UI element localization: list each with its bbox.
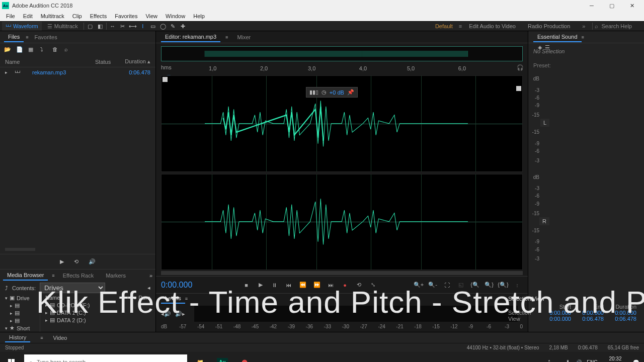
slip-tool[interactable]: ⟷ — [129, 22, 137, 30]
expand-icon[interactable]: ▸ — [5, 70, 8, 75]
task-explorer[interactable]: 📁 — [189, 352, 211, 362]
view-menu-icon[interactable]: ☰ — [545, 44, 550, 51]
sel-start[interactable]: 0:00.000 — [538, 310, 571, 316]
col-duration[interactable]: Duration ▴ — [120, 58, 150, 65]
levels-menu-icon[interactable]: ≡ — [185, 296, 188, 301]
view-start[interactable]: 0:00.000 — [538, 316, 571, 322]
timecode-display[interactable]: 0:00.000 — [161, 281, 206, 290]
workspace-more-icon[interactable]: » — [577, 23, 590, 29]
stop-button[interactable]: ■ — [241, 280, 252, 291]
mb-more-icon[interactable]: » — [149, 273, 152, 279]
record-button[interactable]: ● — [340, 280, 351, 291]
trash-icon[interactable]: 🗑 — [52, 46, 59, 53]
rewind-button[interactable]: ⏪ — [297, 280, 308, 291]
hud-overlay[interactable]: ▮▮▯ ◷ +0 dB 📌 — [306, 87, 358, 98]
display-icon-2[interactable]: ◧ — [96, 22, 104, 30]
mb-col-drive[interactable]: ▾▣Drive — [0, 294, 40, 302]
skip-selection-button[interactable]: ⤡ — [368, 280, 379, 291]
forward-button[interactable]: ⏩ — [311, 280, 323, 291]
workspace-menu-icon[interactable]: ≡ — [459, 23, 462, 29]
spectral-toggle-icon[interactable]: ◈ — [538, 44, 542, 51]
filter-search-icon[interactable]: ⌕ — [64, 46, 71, 53]
waveform-area[interactable]: ▮▮▯ ◷ +0 dB 📌 dB -3-6-9-15 -15-9-6-3 L — [161, 75, 523, 270]
multitrack-mode-button[interactable]: ☰ Multitrack — [44, 22, 82, 31]
taskbar-search[interactable]: ⌕ Type here to search — [24, 354, 187, 362]
scrollbar-thumb[interactable] — [5, 248, 35, 251]
overview-waveform[interactable] — [161, 46, 523, 61]
tray-network-icon[interactable]: 🖧 — [566, 359, 571, 363]
open-file-icon[interactable]: 📂 — [4, 46, 11, 53]
horizontal-scrollbar[interactable] — [161, 271, 523, 275]
loop-button[interactable]: ⟲ — [354, 280, 365, 291]
new-multitrack-icon[interactable]: ▦ — [28, 46, 35, 53]
mb-drive-row[interactable]: ▸▤DATA 1 (C:) — [40, 309, 155, 316]
channel-toggle-l[interactable] — [163, 77, 168, 82]
mb-contents-select[interactable]: Drives — [40, 283, 105, 293]
tab-markers[interactable]: Markers — [102, 271, 130, 280]
mb-shortcut-item[interactable]: ▾★Short — [0, 324, 40, 332]
preview-play-button[interactable]: ▶ — [60, 258, 64, 265]
menu-multitrack[interactable]: Multitrack — [37, 13, 68, 19]
editor-menu-icon[interactable]: ≡ — [225, 35, 228, 40]
headphone-icon[interactable]: 🎧 — [517, 64, 524, 71]
workspace-default[interactable]: Default — [431, 23, 457, 29]
view-dur[interactable]: 0:06.478 — [604, 316, 636, 322]
zoom-out-button[interactable]: 🔍- — [427, 280, 438, 291]
zoom-full-button[interactable]: ⛶ — [441, 280, 452, 291]
play-button[interactable]: ▶ — [255, 280, 266, 291]
zoom-in-button[interactable]: 🔍+ — [413, 280, 424, 291]
tray-onedrive-icon[interactable]: ☁ — [555, 359, 560, 363]
levels-right-icon[interactable]: 🔊▸ — [175, 311, 185, 317]
preview-loop-button[interactable]: ⟲ — [74, 258, 78, 265]
view-end[interactable]: 0:06.478 — [571, 316, 604, 322]
tray-chevron-icon[interactable]: ˄ — [548, 359, 550, 363]
maximize-button[interactable]: ▢ — [602, 0, 622, 11]
zoom-out-point-button[interactable]: 🔍} — [484, 280, 495, 291]
ess-menu-icon[interactable]: ≡ — [582, 35, 584, 40]
tray-notifications-icon[interactable]: 💬 — [633, 359, 639, 363]
brush-tool[interactable]: ✎ — [169, 22, 177, 30]
waveform-right-channel[interactable]: dB -3-6-9-15 -15-9-6-3 R — [161, 174, 523, 270]
tab-essential-sound[interactable]: Essential Sound — [533, 32, 582, 42]
mb-drive-item[interactable]: ▸▤ — [0, 309, 40, 317]
pause-button[interactable]: ⏸ — [269, 280, 280, 291]
col-status[interactable]: Status — [95, 59, 120, 65]
mb-drive-item[interactable]: ▸▤ — [0, 317, 40, 324]
tab-mixer[interactable]: Mixer — [233, 33, 255, 42]
tab-effects-rack[interactable]: Effects Rack — [59, 271, 98, 280]
close-button[interactable]: ✕ — [622, 0, 642, 11]
tab-files[interactable]: Files — [4, 32, 24, 42]
menu-view[interactable]: View — [141, 13, 162, 19]
tab-media-browser[interactable]: Media Browser — [3, 270, 48, 281]
preview-autoplay-button[interactable]: 🔊 — [89, 258, 96, 265]
insert-icon[interactable]: ⤵ — [40, 46, 47, 53]
zoom-sel-button[interactable]: ◱ — [455, 280, 466, 291]
menu-window[interactable]: Window — [162, 13, 189, 19]
mb-nav-icon[interactable]: ◂ — [147, 285, 150, 291]
display-icon-1[interactable]: ▢ — [86, 22, 94, 30]
sel-end[interactable]: 0:00.000 — [571, 310, 604, 316]
mb-drive-row[interactable]: ▸▤DATA 2 (D:) — [40, 316, 155, 324]
skip-start-button[interactable]: ⏮ — [283, 280, 294, 291]
mb-drive-row[interactable]: ▸▤CD-ROM (F:) — [40, 301, 155, 309]
col-name[interactable]: Name — [5, 59, 95, 65]
minimize-button[interactable]: ─ — [582, 0, 602, 11]
sel-dur[interactable]: 0:00.000 — [604, 310, 636, 316]
channel-label-left[interactable]: L — [540, 119, 549, 127]
tab-editor[interactable]: Editor: rekaman.mp3 — [161, 32, 220, 42]
levels-left-icon[interactable]: ◂🔊 — [161, 311, 171, 317]
tab-video[interactable]: Video — [53, 335, 67, 341]
skip-end-button[interactable]: ⏭ — [326, 280, 337, 291]
search-help[interactable]: ⌕ Search Help — [595, 23, 642, 29]
channel-label-right[interactable]: R — [539, 217, 549, 225]
new-file-icon[interactable]: 📄 — [16, 46, 23, 53]
mb-menu-icon[interactable]: ≡ — [52, 273, 54, 278]
tab-favorites[interactable]: Favorites — [31, 33, 61, 42]
hud-pin-icon[interactable]: 📌 — [347, 89, 354, 96]
menu-clip[interactable]: Clip — [68, 13, 86, 19]
tray-volume-icon[interactable]: 🔊 — [576, 359, 582, 363]
menu-file[interactable]: File — [2, 13, 19, 19]
waveform-mode-button[interactable]: ⏙ Waveform — [2, 22, 42, 31]
menu-edit[interactable]: Edit — [19, 13, 37, 19]
tab-files-menu-icon[interactable]: ≡ — [26, 35, 28, 40]
